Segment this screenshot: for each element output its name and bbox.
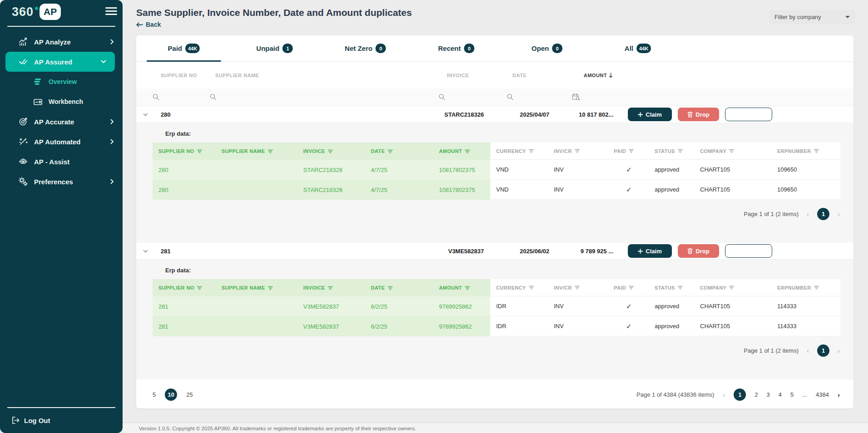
erp-col-supplier-name[interactable]: SUPPLIER NAME bbox=[216, 143, 297, 160]
master-col-supplier-no[interactable]: SUPPLIER NO bbox=[154, 73, 209, 78]
supplier-no-search-icon[interactable] bbox=[153, 93, 159, 100]
filter-icon[interactable] bbox=[529, 285, 534, 290]
erp-col-status[interactable]: STATUS bbox=[649, 143, 694, 160]
filter-icon[interactable] bbox=[729, 149, 734, 153]
amount-calendar-filter-icon[interactable] bbox=[572, 93, 580, 101]
page-size-25[interactable]: 25 bbox=[186, 391, 192, 398]
collapse-group-icon[interactable] bbox=[136, 250, 154, 253]
prev-page-icon[interactable]: ‹ bbox=[807, 211, 809, 217]
erp-col-inv-cr[interactable]: INV/CR bbox=[548, 143, 608, 160]
filter-icon[interactable] bbox=[465, 149, 470, 153]
date-search-icon[interactable] bbox=[507, 93, 513, 100]
next-page-icon[interactable]: › bbox=[838, 391, 840, 398]
logout-button[interactable]: Log Out bbox=[11, 416, 50, 425]
filter-icon[interactable] bbox=[575, 285, 580, 290]
sidebar-item-overview[interactable]: Overview bbox=[0, 72, 123, 92]
group-note-input[interactable] bbox=[725, 244, 772, 258]
filter-icon[interactable] bbox=[328, 286, 333, 290]
drop-button[interactable]: Drop bbox=[678, 244, 719, 258]
erp-col-inv-cr[interactable]: INV/CR bbox=[548, 279, 608, 296]
prev-page-icon[interactable]: ‹ bbox=[807, 347, 809, 354]
erp-col-company[interactable]: COMPANY bbox=[694, 279, 771, 296]
erp-col-invoice[interactable]: INVOICE bbox=[297, 143, 365, 160]
erp-col-paid[interactable]: PAID bbox=[608, 279, 649, 296]
erp-col-date[interactable]: DATE bbox=[365, 143, 433, 160]
erp-col-paid[interactable]: PAID bbox=[608, 143, 649, 160]
erp-col-supplier-no[interactable]: SUPPLIER NO bbox=[153, 143, 216, 160]
collapse-group-icon[interactable] bbox=[136, 113, 154, 116]
page-last[interactable]: 4384 bbox=[816, 391, 829, 398]
filter-icon[interactable] bbox=[814, 149, 819, 153]
tab-paid[interactable]: Paid 44K bbox=[138, 35, 229, 61]
next-page-icon[interactable]: › bbox=[838, 211, 840, 217]
filter-icon[interactable] bbox=[575, 149, 580, 153]
filter-icon[interactable] bbox=[629, 149, 634, 153]
company-filter-select[interactable]: Filter by company bbox=[769, 10, 855, 24]
filter-icon[interactable] bbox=[268, 286, 273, 290]
page-3[interactable]: 3 bbox=[767, 391, 770, 398]
chevron-right-icon bbox=[110, 179, 114, 184]
sidebar-item-ap-accurate[interactable]: AP Accurate bbox=[0, 112, 123, 132]
erp-col-date[interactable]: DATE bbox=[365, 279, 433, 296]
claim-button[interactable]: Claim bbox=[628, 108, 672, 121]
page-number-active[interactable]: 1 bbox=[817, 344, 829, 357]
sidebar-item-ap-automated[interactable]: AP Automated bbox=[0, 132, 123, 152]
filter-icon[interactable] bbox=[328, 149, 333, 153]
master-col-supplier-name[interactable]: SUPPLIER NAME bbox=[209, 73, 427, 78]
erp-cell-amount: 10817802375 bbox=[433, 160, 490, 180]
filter-icon[interactable] bbox=[388, 149, 393, 153]
claim-button[interactable]: Claim bbox=[628, 244, 672, 258]
drop-button[interactable]: Drop bbox=[678, 108, 719, 121]
tab-unpaid[interactable]: Unpaid 1 bbox=[229, 35, 320, 61]
erp-col-amount[interactable]: AMOUNT bbox=[433, 279, 490, 296]
erp-col-currency[interactable]: CURRENCY bbox=[490, 143, 548, 160]
back-link[interactable]: Back bbox=[136, 21, 161, 28]
page-size-10-active[interactable]: 10 bbox=[165, 389, 177, 401]
tab-all[interactable]: All 44K bbox=[592, 35, 683, 61]
filter-icon[interactable] bbox=[268, 149, 273, 153]
sidebar-item-preferences[interactable]: Preferences bbox=[0, 172, 123, 192]
erp-col-amount[interactable]: AMOUNT bbox=[433, 143, 490, 160]
sidebar-item-ap-analyze[interactable]: AP Analyze bbox=[0, 32, 123, 52]
group-note-input[interactable] bbox=[725, 108, 772, 121]
page-number-active[interactable]: 1 bbox=[817, 208, 829, 220]
tab-recent[interactable]: Recent 0 bbox=[411, 35, 502, 61]
erp-col-invoice[interactable]: INVOICE bbox=[297, 279, 365, 296]
master-col-amount-sorted[interactable]: AMOUNT bbox=[554, 73, 617, 78]
supplier-name-search-icon[interactable] bbox=[210, 93, 217, 100]
invoice-search-icon[interactable] bbox=[439, 93, 445, 100]
filter-icon[interactable] bbox=[197, 286, 202, 290]
erp-col-status[interactable]: STATUS bbox=[649, 279, 694, 296]
filter-icon[interactable] bbox=[197, 149, 202, 153]
master-col-invoice[interactable]: INVOICE bbox=[427, 73, 488, 78]
erp-col-currency[interactable]: CURRENCY bbox=[490, 279, 548, 296]
menu-toggle-icon[interactable] bbox=[105, 7, 117, 16]
filter-icon[interactable] bbox=[729, 285, 734, 290]
sidebar-item-ap-assist[interactable]: AP - Assist bbox=[0, 152, 123, 172]
filter-icon[interactable] bbox=[465, 286, 470, 290]
filter-icon[interactable] bbox=[529, 149, 534, 153]
erp-col-company[interactable]: COMPANY bbox=[694, 143, 771, 160]
erp-col-erpnumber[interactable]: ERPNUMBER bbox=[771, 143, 840, 160]
erp-cell-supplier-no: 280 bbox=[153, 160, 216, 180]
erp-col-supplier-name[interactable]: SUPPLIER NAME bbox=[216, 279, 297, 296]
tab-net-zero[interactable]: Net Zero 0 bbox=[320, 35, 411, 61]
next-page-icon[interactable]: › bbox=[838, 347, 840, 354]
filter-icon[interactable] bbox=[678, 285, 683, 290]
filter-icon[interactable] bbox=[814, 285, 819, 290]
page-2[interactable]: 2 bbox=[755, 391, 758, 398]
sidebar-item-ap-assured[interactable]: AP Assured bbox=[5, 52, 115, 72]
page-5[interactable]: 5 bbox=[790, 391, 794, 398]
filter-icon[interactable] bbox=[629, 285, 634, 290]
erp-col-supplier-no[interactable]: SUPPLIER NO bbox=[153, 279, 216, 296]
erp-col-erpnumber[interactable]: ERPNUMBER bbox=[771, 279, 840, 296]
filter-icon[interactable] bbox=[678, 149, 683, 153]
page-4[interactable]: 4 bbox=[779, 391, 782, 398]
filter-icon[interactable] bbox=[388, 286, 393, 290]
master-col-date[interactable]: DATE bbox=[488, 73, 554, 78]
sidebar-item-workbench[interactable]: Workbench bbox=[0, 92, 123, 112]
tab-open[interactable]: Open 0 bbox=[502, 35, 592, 61]
page-1-active[interactable]: 1 bbox=[734, 389, 746, 401]
prev-page-icon[interactable]: ‹ bbox=[723, 391, 725, 398]
page-size-5[interactable]: 5 bbox=[153, 391, 156, 398]
